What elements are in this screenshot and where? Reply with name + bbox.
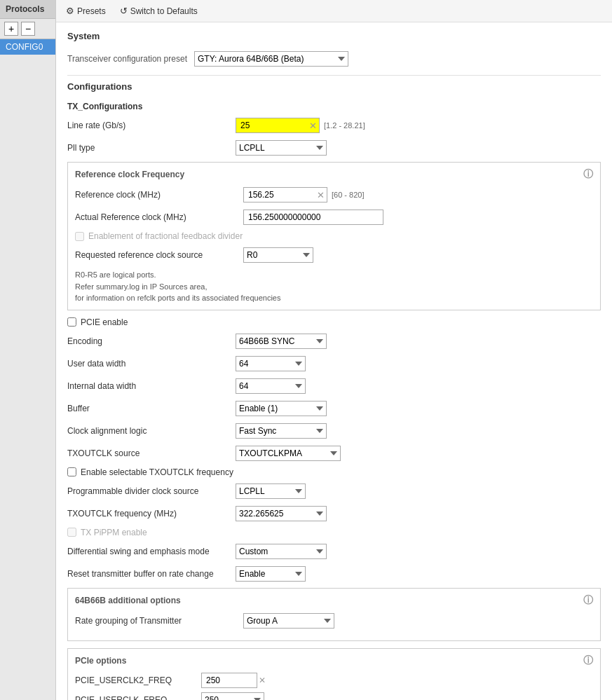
pcie-userclk2-clear-icon[interactable]: ✕ [259,675,266,685]
req-ref-clock-row: Requested reference clock source R0 R1 R… [75,247,593,263]
user-data-width-row: User data width 64 32 16 [67,355,601,372]
fractional-fb-label: Enablement of fractional feedback divide… [88,231,243,241]
pll-type-select[interactable]: LCPLL CPLL [236,140,327,156]
clock-align-row: Clock alignment logic Fast Sync Manual N… [67,423,601,439]
add-config-button[interactable]: + [4,22,18,36]
transceiver-preset-row: Transceiver configuration preset GTY: Au… [67,51,601,67]
internal-data-width-row: Internal data width 64 32 16 [67,378,601,394]
txoutclk-freq-select[interactable]: 322.265625 [236,506,327,521]
internal-data-width-select[interactable]: 64 32 16 [236,378,306,394]
ref-clock-input-wrapper: ✕ [243,187,327,203]
tx-pippm-label: TX PiPPM enable [81,528,147,537]
tx-configurations-header: TX_Configurations [67,102,601,111]
sidebar-item-label: CONFIG0 [6,42,43,52]
remove-config-button[interactable]: − [21,22,35,36]
internal-data-width-label: Internal data width [67,381,236,391]
encoding-label: Encoding [67,336,236,346]
enable-selectable-checkbox[interactable] [67,467,76,476]
reset-transmitter-select[interactable]: Enable Disable [236,566,306,582]
buffer-row: Buffer Enable (1) Enable (2) Disable [67,400,601,417]
ref-clock-clear-icon[interactable]: ✕ [317,191,325,200]
txoutclk-source-select[interactable]: TXOUTCLKPMA TXOUTCLKPCS [236,446,341,461]
configurations-section-header: Configurations [67,81,601,95]
pll-type-row: Pll type LCPLL CPLL [67,139,601,156]
pcie-enable-checkbox[interactable] [67,317,76,327]
transceiver-preset-select[interactable]: GTY: Aurora 64B/66B (Beta) [194,51,348,67]
additional-options-title: 64B66B additional options [75,596,181,605]
line-rate-input[interactable] [236,118,320,133]
txoutclk-freq-row: TXOUTCLK frequency (MHz) 322.265625 [67,505,601,522]
toolbar: ⚙ Presets ↺ Switch to Defaults [56,0,612,22]
additional-options-header: 64B66B additional options ⓘ [75,594,593,607]
prog-divider-label: Programmable divider clock source [67,486,236,496]
req-ref-clock-select[interactable]: R0 R1 R2 R3 R4 R5 [243,247,313,263]
system-section-header: System [67,31,601,44]
diff-swing-label: Differential swing and emphasis mode [67,547,236,556]
pcie-userclk-select[interactable]: 250 125 62.5 [201,692,264,701]
clock-align-select[interactable]: Fast Sync Manual None [236,423,327,439]
additional-options-info-icon[interactable]: ⓘ [583,594,593,607]
sidebar-title: Protocols [0,0,55,19]
ref-clock-label: Reference clock (MHz) [75,190,243,200]
sidebar-controls: + − [0,19,55,39]
actual-ref-clock-input[interactable] [243,210,383,225]
prog-divider-select[interactable]: LCPLL CPLL [236,483,306,499]
pcie-options-title: PCIe options [75,656,126,666]
txoutclk-source-label: TXOUTCLK source [67,448,236,458]
diff-swing-row: Differential swing and emphasis mode Cus… [67,543,601,560]
presets-button[interactable]: ⚙ Presets [63,4,109,18]
switch-defaults-button[interactable]: ↺ Switch to Defaults [117,4,200,18]
ref-clock-section-header: Reference clock Frequency ⓘ [75,168,593,181]
buffer-select[interactable]: Enable (1) Enable (2) Disable [236,401,327,416]
transceiver-preset-label: Transceiver configuration preset [67,54,187,64]
switch-defaults-label: Switch to Defaults [130,6,198,16]
clock-align-label: Clock alignment logic [67,426,236,436]
prog-divider-row: Programmable divider clock source LCPLL … [67,483,601,500]
additional-options-section: 64B66B additional options ⓘ Rate groupin… [67,588,601,641]
gear-icon: ⚙ [66,6,74,16]
ref-clock-info-icon[interactable]: ⓘ [583,168,593,181]
ref-clock-section: Reference clock Frequency ⓘ Reference cl… [67,162,601,310]
fractional-fb-checkbox[interactable] [75,232,84,241]
line-rate-input-wrapper: ✕ [236,118,320,133]
info-line1: R0-R5 are logical ports. [75,269,593,281]
req-ref-clock-label: Requested reference clock source [75,250,243,260]
refresh-icon: ↺ [120,6,128,16]
pcie-userclk-row: PCIE_USERCLK_FREQ 250 125 62.5 [75,692,593,701]
pcie-userclk2-input[interactable] [201,673,257,688]
reset-transmitter-row: Reset transmitter buffer on rate change … [67,565,601,582]
pcie-enable-label: PCIE enable [81,317,128,327]
line-rate-label: Line rate (Gb/s) [67,121,236,130]
pcie-enable-row: PCIE enable [67,317,601,327]
ref-clock-control: ✕ [60 - 820] [243,187,364,203]
line-rate-control: ✕ [1.2 - 28.21] [236,118,365,133]
enable-selectable-row: Enable selectable TXOUTCLK frequency [67,467,601,477]
rate-grouping-select[interactable]: Group A Group B [243,613,334,629]
info-line2: Refer summary.log in IP Sources area, [75,281,593,293]
enable-selectable-label: Enable selectable TXOUTCLK frequency [81,467,233,477]
sidebar-item-config0[interactable]: CONFIG0 [0,39,55,55]
sidebar: Protocols + − CONFIG0 [0,0,56,700]
pcie-userclk2-row: PCIE_USERCLK2_FREQ ✕ [75,673,593,688]
line-rate-range: [1.2 - 28.21] [324,121,365,130]
fractional-fb-row: Enablement of fractional feedback divide… [75,231,593,241]
pcie-options-info-icon[interactable]: ⓘ [583,654,593,667]
content-area: System Transceiver configuration preset … [56,22,612,700]
pcie-options-header: PCIe options ⓘ [75,654,593,667]
presets-label: Presets [77,6,106,16]
info-line3: for information on refclk ports and its … [75,292,593,304]
section-divider [67,75,601,76]
ref-clock-info-text: R0-R5 are logical ports. Refer summary.l… [75,269,593,304]
ref-clock-input[interactable] [243,187,327,203]
ref-clock-row: Reference clock (MHz) ✕ [60 - 820] [75,186,593,203]
line-rate-clear-icon[interactable]: ✕ [309,121,317,130]
encoding-select[interactable]: 64B66B SYNC 64B66B ASYNC 8B10B [236,334,327,349]
user-data-width-select[interactable]: 64 32 16 [236,356,306,371]
main-content: ⚙ Presets ↺ Switch to Defaults System Tr… [56,0,612,700]
diff-swing-select[interactable]: Custom Preset [236,544,327,559]
pcie-userclk-label: PCIE_USERCLK_FREQ [75,695,201,701]
tx-pippm-checkbox[interactable] [67,528,76,537]
line-rate-row: Line rate (Gb/s) ✕ [1.2 - 28.21] [67,117,601,134]
tx-pippm-row: TX PiPPM enable [67,528,601,537]
pcie-options-section: PCIe options ⓘ PCIE_USERCLK2_FREQ ✕ PCIE… [67,648,601,701]
